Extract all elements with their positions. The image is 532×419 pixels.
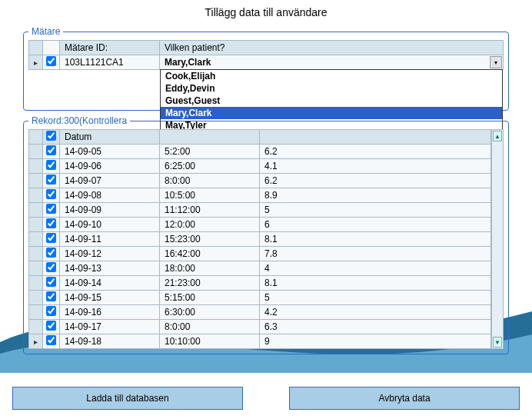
row-checkbox[interactable]	[46, 189, 56, 199]
matare-row-checkbox[interactable]	[46, 56, 56, 66]
row-checkbox-cell	[43, 145, 60, 159]
value-cell: 8.9	[260, 188, 491, 203]
table-row: 14-09-1421:23:008.1	[29, 276, 491, 291]
row-checkbox-cell	[43, 261, 60, 276]
row-checkbox-cell	[43, 203, 60, 218]
time-cell: 8:0:00	[160, 174, 260, 188]
table-row: 14-09-1810:10:009	[29, 334, 491, 349]
matare-check-header	[43, 41, 60, 55]
table-row: 14-09-166:30:004.2	[29, 305, 491, 320]
rekord-legend: Rekord:300(Kontrollera	[28, 115, 130, 126]
row-checkbox-cell	[43, 276, 60, 291]
value-cell: 8.1	[260, 232, 491, 247]
row-checkbox[interactable]	[46, 277, 56, 287]
records-time-header	[160, 130, 260, 145]
time-cell: 10:10:00	[160, 334, 260, 349]
records-check-all[interactable]	[46, 131, 56, 141]
value-cell: 5	[260, 291, 491, 305]
row-checkbox-cell	[43, 247, 60, 261]
chevron-down-icon[interactable]: ▾	[490, 56, 502, 68]
time-cell: 15:23:00	[160, 232, 260, 247]
scroll-up-icon[interactable]: ▲	[493, 131, 502, 141]
time-cell: 6:25:00	[160, 159, 260, 174]
table-row: 14-09-1318:0:004	[29, 261, 491, 276]
row-checkbox[interactable]	[46, 145, 56, 155]
row-checkbox-cell	[43, 305, 60, 320]
table-row: 14-09-078:0:006.2	[29, 174, 491, 188]
records-rowheader-blank	[29, 130, 43, 145]
row-header	[29, 305, 43, 320]
row-checkbox-cell	[43, 159, 60, 174]
row-checkbox[interactable]	[46, 321, 56, 331]
time-cell: 10:5:00	[160, 188, 260, 203]
records-datum-header: Datum	[60, 130, 160, 145]
row-pointer-icon	[29, 55, 43, 70]
time-cell: 6:30:00	[160, 305, 260, 320]
records-table: Datum 14-09-055:2:006.214-09-066:25:004.…	[28, 129, 491, 349]
row-checkbox-cell	[43, 218, 60, 232]
row-checkbox[interactable]	[46, 204, 56, 214]
value-cell: 4.2	[260, 305, 491, 320]
table-row: 14-09-1012:0:006	[29, 218, 491, 232]
row-checkbox[interactable]	[46, 218, 56, 228]
table-row: 14-09-0810:5:008.9	[29, 188, 491, 203]
cancel-button[interactable]: Avbryta data	[289, 387, 520, 410]
table-row: 14-09-178:0:006.3	[29, 320, 491, 334]
patient-option[interactable]: Eddy,Devin	[161, 82, 502, 95]
table-row: 14-09-066:25:004.1	[29, 159, 491, 174]
row-checkbox-cell	[43, 320, 60, 334]
patient-combobox[interactable]: Mary,Clark ▾	[160, 55, 503, 69]
button-row: Ladda till databasen Avbryta data	[0, 387, 532, 410]
matare-rowheader-blank	[29, 41, 43, 55]
row-header	[29, 320, 43, 334]
datum-cell: 14-09-12	[60, 247, 160, 261]
matare-checkbox-cell	[43, 55, 60, 70]
patient-option[interactable]: Guest,Guest	[161, 95, 502, 107]
row-checkbox[interactable]	[46, 335, 56, 345]
value-cell: 9	[260, 334, 491, 349]
load-button[interactable]: Ladda till databasen	[12, 387, 243, 410]
value-cell: 5	[260, 203, 491, 218]
row-checkbox[interactable]	[46, 291, 56, 301]
datum-cell: 14-09-07	[60, 174, 160, 188]
patient-option[interactable]: Cook,Elijah	[161, 70, 502, 82]
records-scrollbar[interactable]: ▲ ▼	[491, 129, 504, 349]
time-cell: 21:23:00	[160, 276, 260, 291]
page-title: Tillägg data till användare	[0, 0, 532, 22]
row-header	[29, 247, 43, 261]
matare-patient-header: Vilken patient?	[160, 41, 504, 55]
records-value-header	[260, 130, 491, 145]
datum-cell: 14-09-13	[60, 261, 160, 276]
datum-cell: 14-09-16	[60, 305, 160, 320]
row-header	[29, 291, 43, 305]
row-header	[29, 232, 43, 247]
time-cell: 12:0:00	[160, 218, 260, 232]
row-checkbox[interactable]	[46, 262, 56, 272]
row-header	[29, 145, 43, 159]
matare-grid: Mätare ID: Vilken patient? 103L1121CA1 M…	[28, 40, 504, 70]
records-container: Datum 14-09-055:2:006.214-09-066:25:004.…	[28, 129, 504, 349]
value-cell: 6.3	[260, 320, 491, 334]
row-pointer-icon	[29, 334, 43, 349]
row-checkbox-cell	[43, 188, 60, 203]
table-row: 14-09-1216:42:007.8	[29, 247, 491, 261]
row-checkbox[interactable]	[46, 175, 56, 185]
time-cell: 5:15:00	[160, 291, 260, 305]
row-header	[29, 261, 43, 276]
time-cell: 16:42:00	[160, 247, 260, 261]
time-cell: 11:12:00	[160, 203, 260, 218]
row-checkbox[interactable]	[46, 160, 56, 170]
row-checkbox[interactable]	[46, 248, 56, 258]
table-row: 14-09-1115:23:008.1	[29, 232, 491, 247]
row-checkbox[interactable]	[46, 233, 56, 243]
datum-cell: 14-09-17	[60, 320, 160, 334]
scroll-down-icon[interactable]: ▼	[493, 337, 502, 348]
datum-cell: 14-09-06	[60, 159, 160, 174]
matare-row: 103L1121CA1 Mary,Clark ▾ Cook,ElijahEddy…	[29, 55, 504, 70]
row-checkbox-cell	[43, 291, 60, 305]
row-checkbox[interactable]	[46, 306, 56, 316]
matare-legend: Mätare	[28, 26, 63, 37]
time-cell: 8:0:00	[160, 320, 260, 334]
matare-id-header: Mätare ID:	[60, 41, 160, 55]
matare-group: Mätare Mätare ID: Vilken patient? 103L11…	[23, 26, 509, 111]
